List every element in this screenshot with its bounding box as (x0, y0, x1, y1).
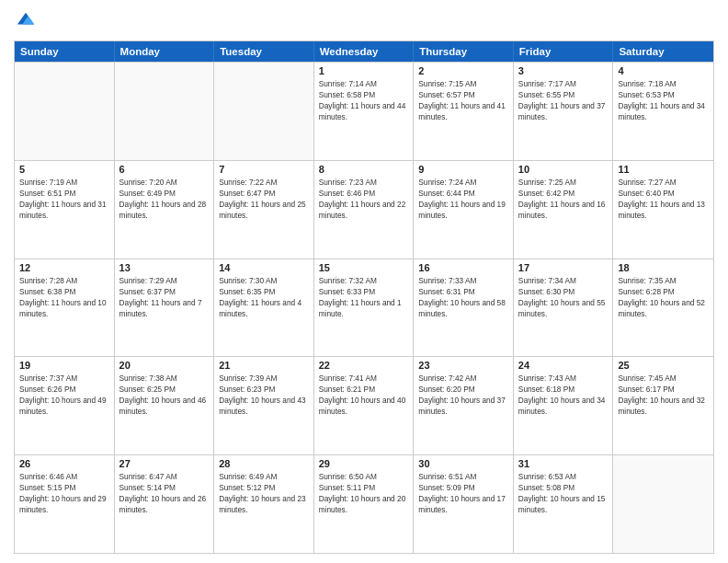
day-number: 12 (19, 262, 109, 273)
header-day-friday: Friday (514, 41, 614, 62)
day-info: Sunrise: 6:53 AM Sunset: 5:08 PM Dayligh… (518, 471, 609, 515)
day-number: 31 (518, 458, 609, 469)
calendar-cell: 31Sunrise: 6:53 AM Sunset: 5:08 PM Dayli… (514, 455, 614, 553)
day-info: Sunrise: 7:41 AM Sunset: 6:21 PM Dayligh… (319, 373, 409, 417)
calendar-cell: 12Sunrise: 7:28 AM Sunset: 6:38 PM Dayli… (15, 259, 115, 357)
day-info: Sunrise: 7:17 AM Sunset: 6:55 PM Dayligh… (518, 78, 609, 122)
day-info: Sunrise: 7:35 AM Sunset: 6:28 PM Dayligh… (618, 275, 709, 319)
day-number: 4 (618, 65, 709, 76)
header (14, 9, 714, 33)
day-number: 17 (518, 262, 609, 273)
day-info: Sunrise: 7:18 AM Sunset: 6:53 PM Dayligh… (618, 78, 709, 122)
calendar-cell: 19Sunrise: 7:37 AM Sunset: 6:26 PM Dayli… (15, 357, 115, 454)
calendar-cell: 15Sunrise: 7:32 AM Sunset: 6:33 PM Dayli… (314, 259, 415, 357)
header-day-sunday: Sunday (15, 41, 115, 62)
header-day-tuesday: Tuesday (214, 41, 314, 62)
day-info: Sunrise: 7:30 AM Sunset: 6:35 PM Dayligh… (219, 275, 309, 319)
calendar-row-4: 19Sunrise: 7:37 AM Sunset: 6:26 PM Dayli… (15, 356, 713, 454)
calendar-cell (214, 63, 314, 160)
day-info: Sunrise: 6:50 AM Sunset: 5:11 PM Dayligh… (319, 471, 409, 515)
day-number: 19 (19, 360, 109, 371)
day-info: Sunrise: 7:20 AM Sunset: 6:49 PM Dayligh… (119, 177, 210, 221)
calendar-cell: 21Sunrise: 7:39 AM Sunset: 6:23 PM Dayli… (214, 357, 314, 454)
calendar-cell: 11Sunrise: 7:27 AM Sunset: 6:40 PM Dayli… (613, 161, 713, 259)
day-info: Sunrise: 6:49 AM Sunset: 5:12 PM Dayligh… (219, 471, 309, 515)
calendar-cell: 8Sunrise: 7:23 AM Sunset: 6:46 PM Daylig… (314, 161, 415, 259)
day-info: Sunrise: 7:15 AM Sunset: 6:57 PM Dayligh… (418, 78, 508, 122)
day-number: 1 (319, 65, 409, 76)
day-info: Sunrise: 7:39 AM Sunset: 6:23 PM Dayligh… (219, 373, 309, 417)
calendar-cell: 29Sunrise: 6:50 AM Sunset: 5:11 PM Dayli… (314, 455, 415, 553)
calendar-cell: 5Sunrise: 7:19 AM Sunset: 6:51 PM Daylig… (15, 161, 115, 259)
calendar-cell: 25Sunrise: 7:45 AM Sunset: 6:17 PM Dayli… (613, 357, 713, 454)
page: SundayMondayTuesdayWednesdayThursdayFrid… (0, 0, 728, 563)
calendar-cell: 20Sunrise: 7:38 AM Sunset: 6:25 PM Dayli… (115, 357, 215, 454)
calendar-cell: 17Sunrise: 7:34 AM Sunset: 6:30 PM Dayli… (514, 259, 614, 357)
day-info: Sunrise: 7:27 AM Sunset: 6:40 PM Dayligh… (618, 177, 709, 221)
header-day-saturday: Saturday (613, 41, 713, 62)
calendar-cell: 4Sunrise: 7:18 AM Sunset: 6:53 PM Daylig… (613, 63, 713, 160)
header-day-wednesday: Wednesday (314, 41, 415, 62)
day-number: 3 (518, 65, 609, 76)
day-info: Sunrise: 7:29 AM Sunset: 6:37 PM Dayligh… (119, 275, 210, 319)
day-info: Sunrise: 7:25 AM Sunset: 6:42 PM Dayligh… (518, 177, 609, 221)
day-number: 7 (219, 164, 309, 175)
calendar-row-1: 1Sunrise: 7:14 AM Sunset: 6:58 PM Daylig… (15, 62, 713, 160)
day-number: 5 (19, 164, 109, 175)
day-number: 10 (518, 164, 609, 175)
calendar-body: 1Sunrise: 7:14 AM Sunset: 6:58 PM Daylig… (15, 62, 713, 553)
calendar: SundayMondayTuesdayWednesdayThursdayFrid… (14, 40, 714, 554)
header-day-monday: Monday (115, 41, 215, 62)
calendar-cell: 9Sunrise: 7:24 AM Sunset: 6:44 PM Daylig… (414, 161, 514, 259)
calendar-cell: 24Sunrise: 7:43 AM Sunset: 6:18 PM Dayli… (514, 357, 614, 454)
day-info: Sunrise: 7:33 AM Sunset: 6:31 PM Dayligh… (418, 275, 508, 319)
calendar-row-2: 5Sunrise: 7:19 AM Sunset: 6:51 PM Daylig… (15, 160, 713, 259)
day-info: Sunrise: 7:34 AM Sunset: 6:30 PM Dayligh… (518, 275, 609, 319)
calendar-cell: 18Sunrise: 7:35 AM Sunset: 6:28 PM Dayli… (613, 259, 713, 357)
day-number: 2 (418, 65, 508, 76)
day-info: Sunrise: 7:38 AM Sunset: 6:25 PM Dayligh… (119, 373, 210, 417)
calendar-header-row: SundayMondayTuesdayWednesdayThursdayFrid… (15, 41, 713, 62)
calendar-cell: 6Sunrise: 7:20 AM Sunset: 6:49 PM Daylig… (115, 161, 215, 259)
day-info: Sunrise: 7:42 AM Sunset: 6:20 PM Dayligh… (418, 373, 508, 417)
calendar-cell: 26Sunrise: 6:46 AM Sunset: 5:15 PM Dayli… (15, 455, 115, 553)
day-number: 9 (418, 164, 508, 175)
calendar-cell (115, 63, 215, 160)
calendar-cell: 27Sunrise: 6:47 AM Sunset: 5:14 PM Dayli… (115, 455, 215, 553)
calendar-cell: 10Sunrise: 7:25 AM Sunset: 6:42 PM Dayli… (514, 161, 614, 259)
calendar-cell: 14Sunrise: 7:30 AM Sunset: 6:35 PM Dayli… (214, 259, 314, 357)
day-info: Sunrise: 7:24 AM Sunset: 6:44 PM Dayligh… (418, 177, 508, 221)
day-number: 11 (618, 164, 709, 175)
day-info: Sunrise: 7:43 AM Sunset: 6:18 PM Dayligh… (518, 373, 609, 417)
day-info: Sunrise: 7:19 AM Sunset: 6:51 PM Dayligh… (19, 177, 109, 221)
day-number: 8 (319, 164, 409, 175)
day-number: 24 (518, 360, 609, 371)
day-info: Sunrise: 7:32 AM Sunset: 6:33 PM Dayligh… (319, 275, 409, 319)
day-number: 16 (418, 262, 508, 273)
calendar-cell: 30Sunrise: 6:51 AM Sunset: 5:09 PM Dayli… (414, 455, 514, 553)
day-info: Sunrise: 7:37 AM Sunset: 6:26 PM Dayligh… (19, 373, 109, 417)
calendar-cell: 22Sunrise: 7:41 AM Sunset: 6:21 PM Dayli… (314, 357, 415, 454)
day-info: Sunrise: 6:47 AM Sunset: 5:14 PM Dayligh… (119, 471, 210, 515)
day-number: 21 (219, 360, 309, 371)
calendar-cell (613, 455, 713, 553)
calendar-cell: 16Sunrise: 7:33 AM Sunset: 6:31 PM Dayli… (414, 259, 514, 357)
calendar-cell: 13Sunrise: 7:29 AM Sunset: 6:37 PM Dayli… (115, 259, 215, 357)
day-number: 25 (618, 360, 709, 371)
calendar-cell: 23Sunrise: 7:42 AM Sunset: 6:20 PM Dayli… (414, 357, 514, 454)
calendar-row-3: 12Sunrise: 7:28 AM Sunset: 6:38 PM Dayli… (15, 259, 713, 357)
day-info: Sunrise: 6:46 AM Sunset: 5:15 PM Dayligh… (19, 471, 109, 515)
calendar-row-5: 26Sunrise: 6:46 AM Sunset: 5:15 PM Dayli… (15, 454, 713, 553)
calendar-cell: 7Sunrise: 7:22 AM Sunset: 6:47 PM Daylig… (214, 161, 314, 259)
day-info: Sunrise: 7:14 AM Sunset: 6:58 PM Dayligh… (319, 78, 409, 122)
logo-icon (16, 9, 36, 29)
day-number: 18 (618, 262, 709, 273)
day-number: 29 (319, 458, 409, 469)
day-number: 26 (19, 458, 109, 469)
day-number: 28 (219, 458, 309, 469)
day-number: 6 (119, 164, 210, 175)
day-number: 13 (119, 262, 210, 273)
day-number: 22 (319, 360, 409, 371)
day-number: 15 (319, 262, 409, 273)
day-info: Sunrise: 7:22 AM Sunset: 6:47 PM Dayligh… (219, 177, 309, 221)
